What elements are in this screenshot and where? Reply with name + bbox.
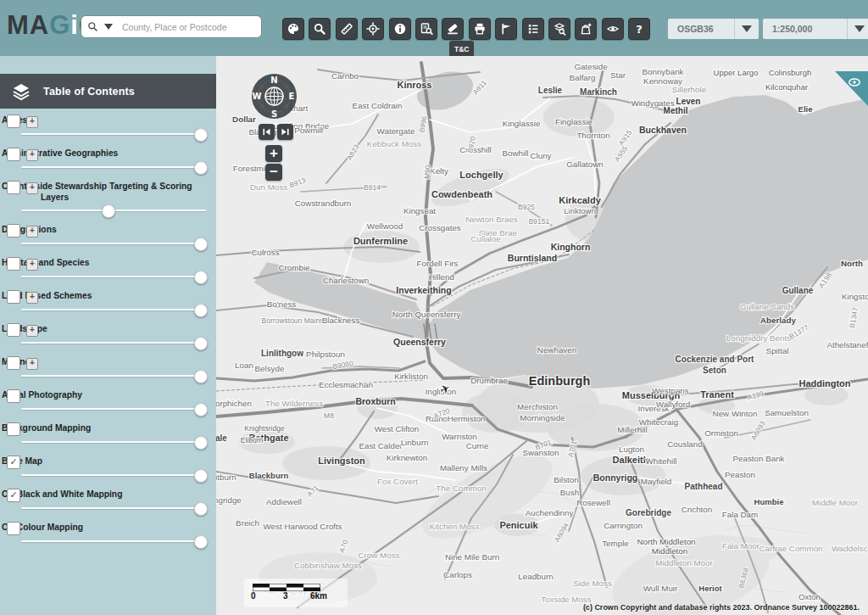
- search-box: [81, 15, 262, 38]
- clear-button[interactable]: [442, 18, 464, 40]
- slider-thumb[interactable]: [194, 304, 208, 317]
- layer-checkbox[interactable]: [7, 323, 20, 337]
- query-button[interactable]: [415, 18, 437, 40]
- print-button[interactable]: [469, 18, 491, 40]
- slider-thumb[interactable]: [194, 535, 208, 549]
- layer-checkbox[interactable]: [7, 257, 20, 271]
- layer-expand-button[interactable]: +: [26, 182, 38, 194]
- projection-select[interactable]: OSGB36: [668, 19, 759, 39]
- overview-map-toggle[interactable]: [835, 71, 868, 106]
- map[interactable]: EdinburghDunfermlineKirkcaldyLinktownCow…: [216, 56, 868, 615]
- saved-data-button[interactable]: [575, 18, 597, 40]
- layer-checkbox[interactable]: [7, 115, 20, 128]
- help-button[interactable]: ?: [628, 18, 650, 40]
- slider-track[interactable]: [21, 133, 206, 135]
- layer-expand-button[interactable]: +: [26, 259, 38, 271]
- site-check-button[interactable]: [495, 18, 517, 40]
- layer-checkbox[interactable]: [7, 522, 20, 535]
- slider-thumb[interactable]: [194, 403, 208, 417]
- slider-thumb[interactable]: [194, 502, 208, 516]
- layer-expand-button[interactable]: +: [26, 226, 38, 238]
- search-input[interactable]: [120, 21, 261, 33]
- slider-thumb[interactable]: [194, 337, 208, 350]
- slider-track[interactable]: [21, 375, 206, 377]
- layer-opacity-slider[interactable]: [0, 204, 216, 217]
- slider-thumb[interactable]: [194, 161, 208, 175]
- locate-button[interactable]: [362, 18, 384, 40]
- slider-thumb[interactable]: [194, 469, 208, 483]
- zoom-out-button[interactable]: −: [265, 164, 282, 181]
- layer-opacity-slider[interactable]: [0, 502, 216, 515]
- legend-button[interactable]: [522, 18, 544, 40]
- layer-expand-button[interactable]: +: [26, 325, 38, 337]
- layer-opacity-slider[interactable]: [0, 436, 216, 449]
- layer-opacity-slider[interactable]: [0, 271, 216, 283]
- slider-track[interactable]: [21, 474, 206, 476]
- layer-item: +Landscape: [0, 323, 216, 349]
- slider-track[interactable]: [21, 540, 206, 542]
- measure-button[interactable]: [336, 18, 358, 40]
- layer-visibility-button[interactable]: [602, 18, 624, 40]
- layer-opacity-slider[interactable]: [0, 238, 216, 250]
- layer-checkbox[interactable]: [7, 148, 20, 161]
- layer-opacity-slider[interactable]: [0, 403, 216, 416]
- slider-thumb[interactable]: [194, 370, 208, 383]
- layer-opacity-slider[interactable]: [0, 161, 216, 174]
- place-label: Crossgates: [419, 223, 461, 232]
- slider-track[interactable]: [21, 166, 206, 168]
- slider-track[interactable]: [21, 309, 206, 310]
- change-background-button[interactable]: [282, 18, 304, 40]
- layer-opacity-slider[interactable]: [0, 469, 216, 482]
- place-label: Fala Moor: [722, 541, 760, 551]
- layer-opacity-slider[interactable]: [0, 337, 216, 349]
- slider-thumb[interactable]: [194, 238, 208, 251]
- map-svg[interactable]: EdinburghDunfermlineKirkcaldyLinktownCow…: [216, 56, 868, 615]
- slider-track[interactable]: [21, 243, 206, 244]
- previous-extent-button[interactable]: [259, 124, 275, 140]
- search-dropdown-arrow[interactable]: [104, 24, 113, 30]
- layer-item: +Land Based Schemes: [0, 290, 216, 316]
- zoom-button[interactable]: [309, 18, 331, 40]
- slider-track[interactable]: [21, 342, 206, 344]
- place-label: Warriston: [442, 432, 477, 441]
- place-label: Kinghorn: [551, 242, 591, 252]
- layer-checkbox[interactable]: [7, 290, 20, 304]
- layer-checkbox[interactable]: [7, 224, 20, 238]
- place-label: Breich: [236, 518, 259, 528]
- search-layers-button[interactable]: [548, 18, 570, 40]
- layer-checkbox[interactable]: [7, 389, 20, 403]
- layer-expand-button[interactable]: +: [26, 292, 38, 304]
- slider-track[interactable]: [21, 441, 206, 443]
- layer-opacity-slider[interactable]: [0, 370, 216, 383]
- place-label: Humbie: [754, 497, 784, 506]
- layer-expand-button[interactable]: +: [26, 358, 38, 370]
- layer-checkbox[interactable]: [7, 181, 20, 194]
- layer-checkbox[interactable]: ✓: [7, 489, 20, 502]
- layer-expand-button[interactable]: +: [26, 116, 38, 128]
- place-label: Kingston: [842, 292, 868, 301]
- layer-opacity-slider[interactable]: [0, 304, 216, 316]
- zoom-in-button[interactable]: +: [265, 145, 282, 162]
- place-label: Seton: [703, 366, 726, 375]
- layer-checkbox[interactable]: ✓: [7, 456, 20, 469]
- layer-checkbox[interactable]: [7, 356, 20, 370]
- slider-track[interactable]: [21, 276, 206, 277]
- terms-and-conditions-button[interactable]: T&C: [449, 41, 474, 58]
- layer-opacity-slider[interactable]: [0, 128, 216, 141]
- place-label: Carrington: [604, 521, 643, 530]
- slider-track[interactable]: [21, 507, 206, 509]
- slider-track[interactable]: [21, 408, 206, 410]
- identify-button[interactable]: [389, 18, 411, 40]
- layer-checkbox[interactable]: [7, 422, 20, 436]
- layer-item: Background Mapping: [0, 422, 216, 449]
- layer-opacity-slider[interactable]: [0, 535, 216, 548]
- compass-control[interactable]: N E S W: [250, 72, 298, 120]
- slider-thumb[interactable]: [194, 271, 208, 284]
- slider-thumb[interactable]: [194, 436, 208, 450]
- layer-expand-button[interactable]: +: [26, 149, 38, 161]
- slider-thumb[interactable]: [102, 204, 115, 218]
- next-extent-button[interactable]: [277, 124, 293, 140]
- scale-select[interactable]: 1:250,000: [763, 19, 868, 39]
- place-label: Kirknewton: [387, 453, 427, 462]
- slider-thumb[interactable]: [194, 128, 208, 142]
